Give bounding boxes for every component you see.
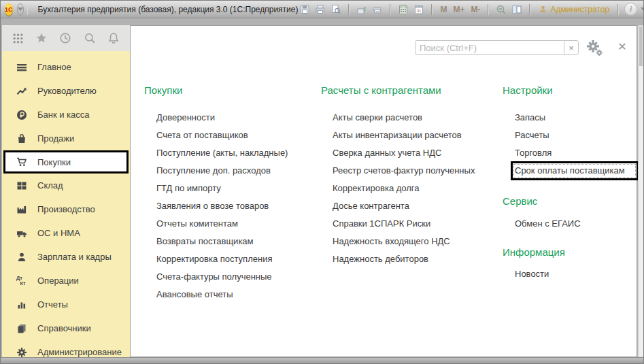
menu-link[interactable]: Запасы — [515, 109, 639, 127]
app-window: 1С Бухгалтерия предприятия (базовая), ре… — [0, 0, 644, 364]
menu-link[interactable]: Отчеты комитентам — [156, 215, 288, 233]
load-file-icon[interactable] — [355, 3, 369, 16]
window-bottom-edge — [1, 357, 643, 363]
search-clear-button[interactable]: × — [564, 40, 579, 55]
panel-close-button[interactable]: × — [615, 38, 630, 54]
sidebar-item-pokupki[interactable]: Покупки — [3, 150, 129, 173]
menu-link[interactable]: Счета от поставщиков — [156, 127, 288, 144]
info-chevron-down-icon[interactable] — [641, 7, 644, 11]
history-icon[interactable] — [59, 32, 71, 44]
sidebar-item-label: Операции — [37, 276, 79, 286]
separator — [431, 4, 433, 15]
sidebar-item-label: Зарплата и кадры — [37, 252, 112, 262]
separator — [488, 4, 489, 15]
settlements-menu: Акты сверки расчетов Акты инвентаризации… — [333, 109, 475, 268]
menu-link[interactable]: Авансовые отчеты — [156, 286, 288, 303]
sidebar-item-label: ОС и НМА — [37, 228, 80, 238]
split-window-icon[interactable] — [510, 3, 524, 16]
current-user[interactable]: Администратор — [536, 5, 612, 14]
user-name: Администратор — [550, 5, 609, 14]
menu-link[interactable]: ГТД по импорту — [156, 180, 288, 197]
menu-link[interactable]: Обмен с ЕГАИС — [515, 215, 581, 233]
sidebar-item-proizvodstvo[interactable]: Производство — [2, 197, 130, 221]
sidebar-item-sklad[interactable]: Склад — [2, 173, 130, 197]
section-panel: × × Покупки Доверенности Счета от постав… — [130, 25, 637, 357]
menu-link[interactable]: Акты инвентаризации расчетов — [333, 127, 475, 144]
menu-link[interactable]: Сверка данных учета НДС — [333, 144, 475, 162]
print-preview-icon[interactable] — [329, 3, 343, 16]
calendar-icon[interactable]: 31 — [412, 3, 426, 16]
service-menu: Обмен с ЕГАИС — [515, 215, 581, 233]
menu-link[interactable]: Корректировка поступления — [156, 250, 288, 268]
search-input[interactable] — [415, 40, 564, 55]
favorites-star-icon[interactable] — [35, 32, 48, 44]
menu-link[interactable]: Досье контрагента — [333, 197, 475, 215]
books-icon — [16, 322, 27, 334]
notifications-bell-icon[interactable] — [107, 32, 120, 44]
memory-m-button[interactable]: M — [438, 5, 449, 14]
sidebar-item-label: Главное — [37, 62, 71, 72]
ruble-coin-icon — [16, 109, 27, 120]
menu-link[interactable]: Расчеты — [515, 127, 639, 144]
sidebar-item-spravochniki[interactable]: Справочники — [2, 316, 130, 340]
menu-link[interactable]: Корректировка долга — [333, 180, 475, 197]
separator — [27, 4, 28, 15]
separator — [390, 4, 391, 15]
menu-link[interactable]: Доверенности — [156, 109, 288, 127]
sidebar-item-rukovoditelyu[interactable]: Руководителю — [2, 79, 130, 103]
trend-chart-icon — [16, 85, 27, 97]
sidebar-item-operacii[interactable]: ДтКт Операции — [2, 269, 130, 293]
info-button[interactable]: i — [624, 3, 637, 16]
print-icon[interactable] — [313, 3, 327, 16]
sidebar-item-label: Продажи — [37, 133, 74, 144]
calculator-icon[interactable] — [396, 3, 410, 16]
menu-link[interactable]: Надежность дебиторов — [333, 250, 475, 268]
sidebar-item-bank-i-kassa[interactable]: Банк и касса — [2, 103, 130, 127]
system-menu-button[interactable] — [17, 3, 24, 16]
memory-m-plus-button[interactable]: M+ — [451, 5, 467, 14]
section-header-purchases: Покупки — [144, 84, 182, 96]
zoom-in-icon[interactable] — [494, 3, 508, 16]
factory-icon — [16, 203, 27, 215]
sidebar-item-glavnoe[interactable]: Главное — [2, 55, 130, 79]
sidebar-toolbar — [2, 25, 130, 51]
information-menu: Новости — [515, 265, 549, 283]
gear-icon — [16, 346, 27, 358]
sidebar-item-zarplata-i-kadry[interactable]: Зарплата и кадры — [2, 245, 130, 269]
sidebar-item-label: Отчеты — [37, 299, 68, 310]
search-icon[interactable] — [84, 32, 96, 44]
menu-link-highlighted[interactable]: Срок оплаты поставщикам — [511, 161, 639, 180]
scrollbar-thumb[interactable] — [639, 27, 643, 66]
menu-link[interactable]: Возвраты поставщикам — [156, 233, 288, 250]
warehouse-blocks-icon — [16, 180, 27, 191]
settings-gears-icon[interactable] — [585, 39, 604, 57]
menu-link[interactable]: Реестр счетов-фактур полученных — [333, 162, 475, 180]
menu-link[interactable]: Новости — [515, 265, 549, 283]
print-settings-icon[interactable] — [371, 3, 384, 16]
svg-text:31: 31 — [417, 8, 422, 12]
sidebar-item-otchety[interactable]: Отчеты — [2, 293, 130, 316]
menu-link[interactable]: Поступление (акты, накладные) — [156, 144, 288, 162]
titlebar-toolbar: 31 M M+ M- Администратор i — [298, 3, 644, 16]
separator — [617, 4, 619, 15]
vertical-scrollbar[interactable] — [638, 25, 644, 357]
menu-link[interactable]: Надежность входящего НДС — [333, 233, 475, 250]
settings-menu: Запасы Расчеты Торговля Срок оплаты пост… — [515, 109, 639, 180]
sidebar-item-os-i-nma[interactable]: ОС и НМА — [2, 221, 130, 245]
chevron-down-icon — [18, 7, 23, 11]
save-icon[interactable] — [298, 3, 311, 16]
sections-menu-icon[interactable] — [12, 33, 24, 44]
menu-link[interactable]: Торговля — [515, 144, 639, 162]
sidebar-item-label: Производство — [37, 204, 95, 214]
1c-logo-icon: 1С — [5, 3, 13, 16]
sidebar-item-label: Склад — [37, 180, 63, 191]
menu-link[interactable]: Поступление доп. расходов — [156, 162, 288, 180]
menu-link[interactable]: Заявления о ввозе товаров — [156, 197, 288, 215]
menu-link[interactable]: Справки 1СПАРК Риски — [333, 215, 475, 233]
sidebar-item-prodazhi[interactable]: Продажи — [2, 127, 130, 150]
memory-m-minus-button[interactable]: M- — [469, 5, 482, 14]
sidebar-item-label: Покупки — [37, 157, 71, 167]
person-icon — [16, 251, 27, 263]
menu-link[interactable]: Счета-фактуры полученные — [156, 268, 288, 286]
menu-link[interactable]: Акты сверки расчетов — [333, 109, 475, 127]
